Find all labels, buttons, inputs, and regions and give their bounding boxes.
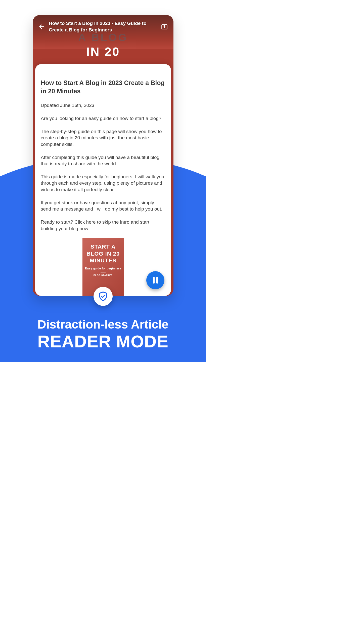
paragraph: Are you looking for an easy guide on how…: [41, 115, 165, 122]
paragraph: Ready to start? Click here to skip the i…: [41, 219, 165, 232]
reader-card: How to Start A Blog in 2023 Create a Blo…: [35, 64, 171, 296]
bg-text-line1: A BLOG: [33, 31, 173, 44]
thumbnail-divider: [101, 272, 106, 272]
shield-check-icon: [98, 291, 108, 302]
article-updated: Updated June 16th, 2023: [41, 103, 165, 108]
thumbnail-headline: START A BLOG IN 20 MINUTES: [85, 243, 121, 264]
article-title: How to Start A Blog in 2023 Create a Blo…: [41, 79, 165, 95]
paragraph: If you get stuck or have questions at an…: [41, 199, 165, 212]
pause-button[interactable]: [146, 271, 164, 289]
page-title: How to Start a Blog in 2023 - Easy Guide…: [49, 20, 157, 33]
paragraph: The step-by-step guide on this page will…: [41, 128, 165, 148]
feature-title: Distraction-less Article: [0, 317, 206, 331]
browser-header: A BLOG IN 20 How to Start a Blog in 2023…: [33, 15, 173, 49]
feature-subtitle: READER MODE: [0, 332, 206, 351]
paragraph: This guide is made especially for beginn…: [41, 174, 165, 193]
article-body: Are you looking for an easy guide on how…: [41, 115, 165, 232]
shield-badge[interactable]: [94, 287, 113, 306]
open-external-icon[interactable]: [161, 23, 168, 30]
back-icon[interactable]: [38, 23, 45, 30]
pause-icon: [153, 277, 158, 284]
paragraph: After completing this guide you will hav…: [41, 154, 165, 167]
bg-text-line2: IN 20: [33, 45, 173, 59]
thumbnail-brand: BLOG STARTER: [94, 274, 113, 276]
phone-screenshot: A BLOG IN 20 How to Start a Blog in 2023…: [33, 15, 173, 296]
app-bar: How to Start a Blog in 2023 - Easy Guide…: [33, 20, 173, 33]
thumbnail-subtitle: Easy guide for beginners: [85, 267, 121, 271]
